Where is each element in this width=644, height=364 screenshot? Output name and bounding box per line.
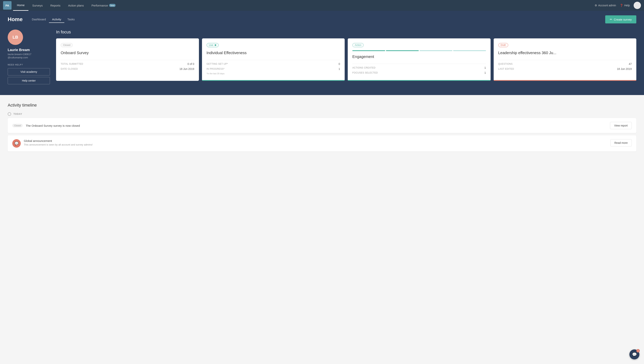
timeline-group-today: TODAY Closed The Onboard Survey survey i… bbox=[8, 112, 636, 152]
stat-value: 1 bbox=[484, 71, 486, 74]
action-progress-bars bbox=[352, 50, 486, 51]
page-title: Home bbox=[8, 16, 23, 22]
card-badge-closed: Closed bbox=[61, 43, 73, 47]
card-leadership[interactable]: Draft Leadership effectiveness 360 Ju...… bbox=[494, 38, 636, 81]
header-top: Home Dashboard Activity Tasks ✏ Create s… bbox=[8, 11, 636, 24]
card-progress-bar bbox=[348, 80, 490, 81]
pencil-icon: ✏ bbox=[610, 18, 612, 21]
card-progress-bar bbox=[202, 80, 345, 81]
stat-label: LAST EDITED bbox=[498, 68, 514, 70]
stat-label: DATE CLOSED bbox=[61, 68, 78, 70]
survey-cards: Closed Onboard Survey TOTAL SUBMITTED 0 … bbox=[56, 38, 636, 81]
stat-value: 18 Jun 2019 bbox=[179, 68, 194, 70]
header-tabs: Dashboard Activity Tasks bbox=[29, 16, 78, 23]
nav-bar: PA Home Surveys Reports Action plans Per… bbox=[0, 0, 644, 11]
create-survey-button[interactable]: ✏ Create survey bbox=[605, 15, 636, 24]
card-stat-row: ACTIONS CREATED 1 bbox=[352, 66, 486, 69]
card-title-onboard: Onboard Survey bbox=[61, 50, 194, 55]
card-title-engagement: Engagement bbox=[352, 54, 486, 59]
card-stat-row: QUESTIONS 47 bbox=[498, 62, 632, 66]
nav-right: ⚙ Account admin ❓ Help bbox=[595, 2, 641, 9]
card-title-leadership: Leadership effectiveness 360 Ju... bbox=[498, 50, 632, 55]
card-onboard-survey[interactable]: Closed Onboard Survey TOTAL SUBMITTED 0 … bbox=[56, 38, 199, 81]
profile-domain: @cultureamp.com bbox=[8, 56, 50, 59]
announcement-title: Global announcement bbox=[24, 139, 610, 142]
card-badge-live: Live bbox=[206, 43, 219, 47]
tab-dashboard[interactable]: Dashboard bbox=[29, 16, 49, 23]
card-stat-row: GETTING SET UP* 0 bbox=[206, 62, 340, 66]
card-stat-row: LAST EDITED 18 Jun 2019 bbox=[498, 68, 632, 70]
profile-name: Laurie Bream bbox=[8, 48, 50, 52]
card-engagement[interactable]: Action Engagement ACTIONS CREATED 1 FOCU… bbox=[348, 38, 490, 81]
live-indicator bbox=[215, 44, 216, 46]
stat-label: IN PROGRESS* bbox=[206, 68, 225, 70]
stat-value: 18 Jun 2019 bbox=[617, 68, 632, 70]
timeline-item-announcement: 💬 Global announcement This announcement … bbox=[8, 135, 636, 152]
focus-content: In focus Closed Onboard Survey TOTAL SUB… bbox=[56, 30, 636, 81]
profile-panel: LB Laurie Bream laurie.bream+190617 @cul… bbox=[8, 30, 50, 86]
visit-academy-button[interactable]: Visit academy bbox=[8, 68, 50, 76]
card-stat-row: IN PROGRESS* 1 bbox=[206, 68, 340, 70]
view-report-button[interactable]: View report bbox=[610, 122, 632, 129]
new-badge: New bbox=[109, 4, 116, 7]
timeline-badge: Closed bbox=[12, 124, 23, 127]
card-stat-row: TOTAL SUBMITTED 0 of 0 bbox=[61, 62, 194, 66]
card-badge-action: Action bbox=[352, 43, 364, 47]
card-individual-effectiveness[interactable]: Live Individual Effectiveness GETTING SE… bbox=[202, 38, 345, 81]
announcement-content: Global announcement This announcement is… bbox=[24, 139, 610, 146]
in-focus-title: In focus bbox=[56, 30, 636, 34]
nav-surveys[interactable]: Surveys bbox=[28, 0, 46, 11]
activity-section: Activity timeline TODAY Closed The Onboa… bbox=[0, 95, 644, 162]
activity-title: Activity timeline bbox=[8, 103, 636, 108]
progress-seg-dim bbox=[453, 50, 486, 51]
stat-label: TOTAL SUBMITTED bbox=[61, 62, 83, 65]
progress-seg-dim bbox=[420, 50, 452, 51]
nav-performance[interactable]: Performance New bbox=[88, 0, 120, 11]
stat-value: 1 bbox=[484, 66, 486, 69]
progress-seg bbox=[352, 50, 385, 51]
header-left: Home Dashboard Activity Tasks bbox=[8, 16, 78, 23]
help-link[interactable]: ❓ Help bbox=[620, 4, 630, 7]
tab-tasks[interactable]: Tasks bbox=[64, 16, 78, 23]
gear-icon: ⚙ bbox=[595, 4, 597, 7]
stat-value: 0 of 0 bbox=[188, 62, 194, 66]
timeline-dot bbox=[8, 112, 11, 116]
card-note: *In the last 30 days bbox=[206, 72, 340, 75]
stat-label: GETTING SET UP* bbox=[206, 62, 228, 65]
nav-links: Home Surveys Reports Action plans Perfor… bbox=[13, 0, 595, 11]
nav-reports[interactable]: Reports bbox=[46, 0, 64, 11]
card-title-individual: Individual Effectiveness bbox=[206, 50, 340, 55]
stat-value: 1 bbox=[338, 68, 340, 70]
profile-email: laurie.bream+190617 bbox=[8, 53, 50, 56]
tab-activity[interactable]: Activity bbox=[49, 16, 64, 23]
avatar: LB bbox=[8, 30, 23, 45]
stat-value: 47 bbox=[629, 62, 632, 66]
progress-seg bbox=[386, 50, 419, 51]
announcement-description: This announcement is seen by all account… bbox=[24, 143, 610, 146]
header-area: Home Dashboard Activity Tasks ✏ Create s… bbox=[0, 11, 644, 24]
announcement-icon: 💬 bbox=[12, 139, 21, 148]
nav-home[interactable]: Home bbox=[13, 0, 28, 11]
stat-value: 0 bbox=[338, 62, 340, 66]
read-more-button[interactable]: Read more bbox=[610, 139, 632, 146]
stat-label: QUESTIONS bbox=[498, 62, 513, 65]
stat-label: ACTIONS CREATED bbox=[352, 66, 376, 69]
timeline-date-row: TODAY bbox=[8, 112, 636, 116]
user-avatar[interactable] bbox=[634, 2, 641, 9]
help-icon: ❓ bbox=[620, 4, 623, 7]
chat-icon: 💬 bbox=[14, 141, 18, 146]
need-help-label: NEED HELP? bbox=[8, 64, 50, 66]
nav-action-plans[interactable]: Action plans bbox=[64, 0, 88, 11]
account-admin-link[interactable]: ⚙ Account admin bbox=[595, 4, 616, 7]
card-stat-row: DATE CLOSED 18 Jun 2019 bbox=[61, 68, 194, 70]
card-progress-bar bbox=[494, 80, 636, 81]
card-badge-draft: Draft bbox=[498, 43, 508, 47]
timeline-item-onboard-closed: Closed The Onboard Survey survey is now … bbox=[8, 118, 636, 133]
app-logo: PA bbox=[3, 1, 12, 10]
timeline-text: The Onboard Survey survey is now closed bbox=[26, 124, 610, 127]
stat-label: FOCUSES SELECTED bbox=[352, 72, 378, 74]
help-center-button[interactable]: Help center bbox=[8, 77, 50, 84]
timeline-date-label: TODAY bbox=[14, 113, 22, 116]
focus-section: LB Laurie Bream laurie.bream+190617 @cul… bbox=[0, 24, 644, 95]
card-stat-row: FOCUSES SELECTED 1 bbox=[352, 71, 486, 74]
